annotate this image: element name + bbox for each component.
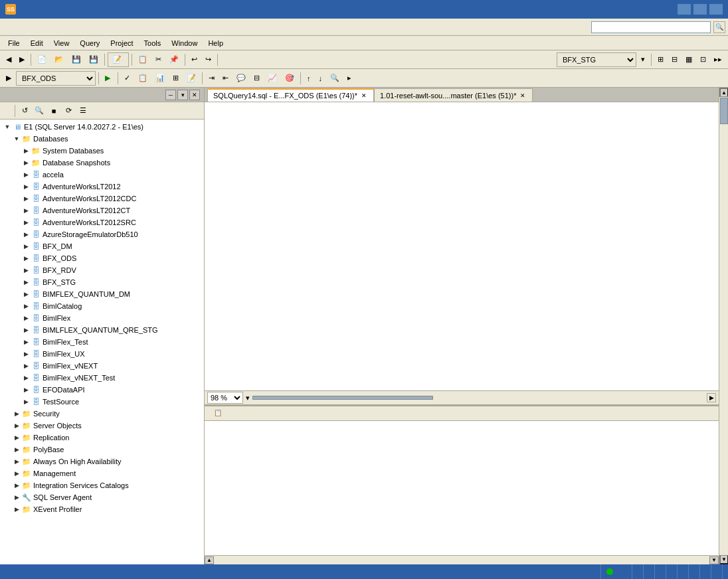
save-all-button[interactable]: 💾 [86, 52, 102, 67]
menu-file[interactable]: File [3, 37, 25, 50]
back-button[interactable]: ◀ [3, 52, 15, 67]
oe-refresh-button[interactable]: ↺ [18, 104, 31, 118]
save-button[interactable]: 💾 [68, 52, 84, 67]
sql-agent-expand[interactable]: ▶ [12, 493, 21, 502]
align-right-button[interactable]: ⊟ [668, 52, 681, 67]
oe-dropdown-button[interactable]: ▾ [177, 90, 188, 100]
tree-management[interactable]: ▶ 📁 Management [0, 467, 204, 479]
tree-sql-agent[interactable]: ▶ 🔧 SQL Server Agent [0, 491, 204, 503]
always-on-expand[interactable]: ▶ [12, 457, 21, 466]
menu-window[interactable]: Window [166, 37, 203, 50]
tree-db-accela[interactable]: ▶ 🗄 accela [0, 169, 204, 181]
restore-button[interactable] [693, 4, 707, 15]
tree-db-adventureworks2012[interactable]: ▶ 🗄 AdventureWorksLT2012 [0, 181, 204, 193]
tree-db-awlt2012src[interactable]: ▶ 🗄 AdventureWorksLT2012SRC [0, 216, 204, 228]
tab-reset-awlt[interactable]: 1.01-reset-awlt-sou....master (E1\es (51… [374, 88, 533, 102]
oe-filter-button[interactable]: 🔍 [33, 104, 46, 118]
oe-sync-button[interactable]: ⟳ [62, 104, 75, 118]
tree-polybase[interactable]: ▶ 📁 PolyBase [0, 444, 204, 455]
oe-connect-button[interactable] [3, 104, 12, 118]
outdent-button[interactable]: ⇤ [219, 71, 232, 86]
results-text-button[interactable]: 📝 [183, 71, 199, 86]
tree-db-bimflex-quantum[interactable]: ▶ 🗄 BIMFLEX_QUANTUM_DM [0, 288, 204, 300]
more-button[interactable]: ▸▸ [711, 52, 725, 67]
tree-db-efodataapi[interactable]: ▶ 🗄 EFODataAPI [0, 384, 204, 396]
tab-sqlquery14[interactable]: SQLQuery14.sql - E...FX_ODS (E1\es (74))… [207, 88, 374, 102]
results-target-button[interactable]: 🎯 [282, 71, 298, 86]
paste-button[interactable]: 📌 [166, 52, 182, 67]
undo-button[interactable]: ↩ [188, 52, 201, 67]
table-button[interactable]: ⊟ [250, 71, 263, 86]
show-plan-button[interactable]: 📊 [152, 71, 168, 86]
open-file-button[interactable]: 📂 [51, 52, 67, 67]
integration-expand[interactable]: ▶ [12, 481, 21, 490]
stats-button[interactable]: 📈 [264, 71, 280, 86]
tree-databases-folder[interactable]: ▼ 📁 Databases [0, 133, 204, 145]
system-dbs-expand-icon[interactable]: ▶ [21, 146, 31, 155]
close-button[interactable] [709, 4, 723, 15]
oe-close-button[interactable]: ✕ [189, 90, 200, 100]
check-button[interactable]: ✓ [121, 71, 134, 86]
copy-button[interactable]: 📋 [135, 52, 151, 67]
polybase-expand[interactable]: ▶ [12, 445, 21, 454]
tree-db-awlt2012ct[interactable]: ▶ 🗄 AdventureWorksLT2012CT [0, 205, 204, 216]
databases-expand-icon[interactable]: ▼ [12, 134, 21, 143]
tree-server-objects[interactable]: ▶ 📁 Server Objects [0, 420, 204, 432]
sort-asc-button[interactable]: ↑ [304, 71, 314, 86]
tree-db-bimlflex-test[interactable]: ▶ 🗄 BimlFlex_Test [0, 336, 204, 348]
tree-server-node[interactable]: ▼ 🖥 E1 (SQL Server 14.0.2027.2 - E1\es) [0, 121, 204, 133]
tree-db-testsource[interactable]: ▶ 🗄 TestSource [0, 396, 204, 408]
menu-query[interactable]: Query [74, 37, 105, 50]
tree-db-snapshots[interactable]: ▶ 📁 Database Snapshots [0, 157, 204, 169]
indent-button[interactable]: ⇥ [205, 71, 218, 86]
quick-launch-input[interactable] [591, 21, 711, 33]
tree-db-azurestorage[interactable]: ▶ 🗄 AzureStorageEmulatorDb510 [0, 228, 204, 240]
management-expand[interactable]: ▶ [12, 469, 21, 478]
xevent-expand[interactable]: ▶ [12, 505, 21, 514]
scroll-down-button[interactable]: ▼ [719, 555, 728, 564]
tab-reset-awlt-close[interactable]: ✕ [519, 92, 527, 100]
oe-menu-button[interactable]: ☰ [76, 104, 90, 118]
tab-sqlquery14-close[interactable]: ✕ [360, 92, 368, 100]
redo-button[interactable]: ↪ [202, 52, 215, 67]
editor-content[interactable] [205, 102, 719, 390]
msg-scroll-down[interactable]: ▼ [709, 556, 719, 564]
database-dropdown[interactable]: BFX_ODS BFX_DM BFX_STG BFX_RDV [16, 71, 96, 86]
db-snapshots-expand-icon[interactable]: ▶ [21, 158, 31, 167]
menu-project[interactable]: Project [105, 37, 138, 50]
tree-integration-services[interactable]: ▶ 📁 Integration Services Catalogs [0, 479, 204, 491]
server-objects-expand[interactable]: ▶ [12, 421, 21, 430]
new-file-button[interactable]: 📄 [34, 52, 50, 67]
msg-scroll-up[interactable]: ▲ [205, 556, 214, 564]
menu-help[interactable]: Help [203, 37, 228, 50]
menu-tools[interactable]: Tools [139, 37, 167, 50]
replication-expand[interactable]: ▶ [12, 433, 21, 442]
tree-db-bimlflex-ux[interactable]: ▶ 🗄 BimlFlex_UX [0, 348, 204, 360]
tree-db-bfxdm[interactable]: ▶ 🗄 BFX_DM [0, 240, 204, 252]
cut-button[interactable]: ✂ [152, 52, 165, 67]
new-query-button[interactable]: 📝 [108, 52, 129, 67]
menu-view[interactable]: View [48, 37, 75, 50]
tree-always-on[interactable]: ▶ 📁 Always On High Availability [0, 455, 204, 467]
tree-db-awlt2012cdc[interactable]: ▶ 🗄 AdventureWorksLT2012CDC [0, 193, 204, 205]
tree-db-bimlflex-vnext-test[interactable]: ▶ 🗄 BimlFlex_vNEXT_Test [0, 372, 204, 384]
tree-xevent-profiler[interactable]: ▶ 📁 XEvent Profiler [0, 503, 204, 515]
tree-db-bfxrdv[interactable]: ▶ 🗄 BFX_RDV [0, 264, 204, 276]
menu-edit[interactable]: Edit [25, 37, 48, 50]
zoom-select[interactable]: 98 % 100 % 75 % [207, 392, 243, 404]
messages-tab[interactable]: 📋 [210, 408, 230, 420]
tree-system-dbs[interactable]: ▶ 📁 System Databases [0, 145, 204, 157]
tree-db-bimlflex-quantum-qre[interactable]: ▶ 🗄 BIMLFLEX_QUANTUM_QRE_STG [0, 324, 204, 336]
tree-db-bimlflex-vnext[interactable]: ▶ 🗄 BimlFlex_vNEXT [0, 360, 204, 372]
tree-db-bimlcatalog[interactable]: ▶ 🗄 BimlCatalog [0, 300, 204, 312]
grid-button[interactable]: ⊡ [697, 52, 709, 67]
layout-button[interactable]: ▦ [682, 52, 695, 67]
scroll-up-button[interactable]: ▲ [719, 88, 728, 97]
results-grid-button[interactable]: ⊞ [169, 71, 182, 86]
align-left-button[interactable]: ⊞ [654, 52, 667, 67]
security-expand-icon[interactable]: ▶ [12, 409, 21, 418]
more-query-btn[interactable]: ▸ [344, 71, 355, 86]
server-dropdown-btn[interactable]: ▾ [638, 52, 648, 67]
db-accela-expand[interactable]: ▶ [21, 170, 31, 179]
start-debug-button[interactable]: ▶ [3, 71, 15, 86]
